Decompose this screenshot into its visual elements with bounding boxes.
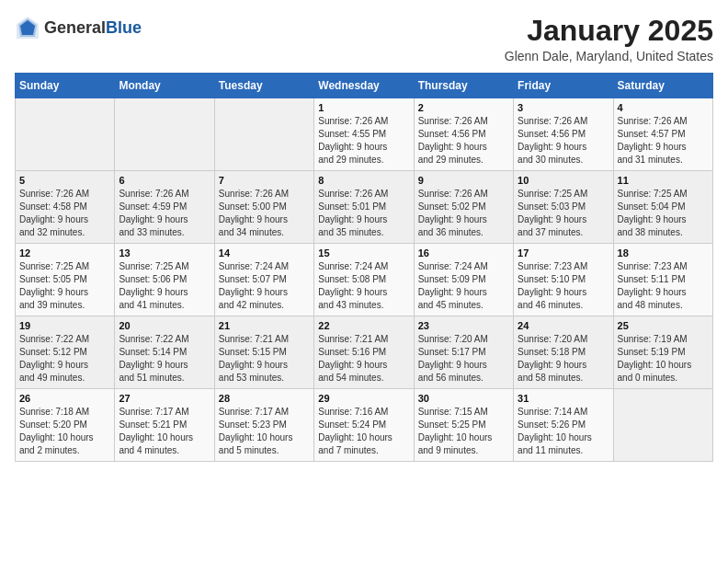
day-detail: Sunrise: 7:23 AM Sunset: 5:11 PM Dayligh…	[618, 260, 709, 312]
calendar-day-6: 6Sunrise: 7:26 AM Sunset: 4:59 PM Daylig…	[115, 171, 214, 244]
title-block: January 2025 Glenn Dale, Maryland, Unite…	[505, 15, 713, 63]
weekday-header-sunday: Sunday	[16, 74, 115, 98]
day-number: 11	[618, 175, 709, 186]
calendar-week-row: 19Sunrise: 7:22 AM Sunset: 5:12 PM Dayli…	[16, 316, 713, 389]
page-header: GeneralBlue January 2025 Glenn Dale, Mar…	[15, 15, 713, 63]
day-detail: Sunrise: 7:24 AM Sunset: 5:09 PM Dayligh…	[418, 260, 509, 312]
day-detail: Sunrise: 7:26 AM Sunset: 4:56 PM Dayligh…	[418, 115, 509, 167]
day-detail: Sunrise: 7:17 AM Sunset: 5:23 PM Dayligh…	[219, 406, 310, 457]
calendar-day-27: 27Sunrise: 7:17 AM Sunset: 5:21 PM Dayli…	[115, 389, 214, 462]
day-number: 23	[418, 320, 509, 331]
day-detail: Sunrise: 7:22 AM Sunset: 5:14 PM Dayligh…	[119, 333, 210, 385]
day-detail: Sunrise: 7:24 AM Sunset: 5:07 PM Dayligh…	[219, 260, 310, 312]
calendar-table: SundayMondayTuesdayWednesdayThursdayFrid…	[15, 73, 713, 462]
calendar-day-14: 14Sunrise: 7:24 AM Sunset: 5:07 PM Dayli…	[214, 244, 313, 316]
weekday-header-thursday: Thursday	[414, 74, 513, 98]
calendar-week-row: 1Sunrise: 7:26 AM Sunset: 4:55 PM Daylig…	[16, 98, 713, 171]
calendar-day-17: 17Sunrise: 7:23 AM Sunset: 5:10 PM Dayli…	[514, 244, 613, 316]
day-detail: Sunrise: 7:26 AM Sunset: 5:00 PM Dayligh…	[219, 188, 310, 239]
logo-general: General	[44, 18, 106, 37]
day-number: 2	[418, 102, 509, 113]
calendar-day-12: 12Sunrise: 7:25 AM Sunset: 5:05 PM Dayli…	[16, 244, 115, 316]
day-detail: Sunrise: 7:25 AM Sunset: 5:05 PM Dayligh…	[19, 260, 110, 312]
day-detail: Sunrise: 7:20 AM Sunset: 5:18 PM Dayligh…	[518, 333, 609, 385]
calendar-day-21: 21Sunrise: 7:21 AM Sunset: 5:15 PM Dayli…	[214, 316, 313, 389]
day-number: 29	[318, 393, 409, 404]
day-number: 13	[119, 247, 210, 259]
day-detail: Sunrise: 7:15 AM Sunset: 5:25 PM Dayligh…	[418, 406, 509, 457]
day-number: 27	[119, 393, 210, 404]
calendar-day-1: 1Sunrise: 7:26 AM Sunset: 4:55 PM Daylig…	[314, 98, 414, 171]
calendar-subtitle: Glenn Dale, Maryland, United States	[505, 49, 713, 63]
empty-day-cell	[214, 98, 313, 171]
calendar-day-31: 31Sunrise: 7:14 AM Sunset: 5:26 PM Dayli…	[514, 389, 613, 462]
day-number: 3	[518, 102, 609, 113]
day-detail: Sunrise: 7:25 AM Sunset: 5:03 PM Dayligh…	[518, 188, 609, 239]
day-detail: Sunrise: 7:26 AM Sunset: 4:56 PM Dayligh…	[518, 115, 609, 167]
logo-icon	[15, 15, 40, 40]
day-number: 19	[19, 320, 110, 331]
calendar-day-13: 13Sunrise: 7:25 AM Sunset: 5:06 PM Dayli…	[115, 244, 214, 316]
day-number: 16	[418, 247, 509, 259]
calendar-day-19: 19Sunrise: 7:22 AM Sunset: 5:12 PM Dayli…	[16, 316, 115, 389]
day-number: 26	[19, 393, 110, 404]
day-detail: Sunrise: 7:26 AM Sunset: 4:57 PM Dayligh…	[618, 115, 709, 167]
day-number: 14	[219, 247, 310, 259]
day-detail: Sunrise: 7:16 AM Sunset: 5:24 PM Dayligh…	[318, 406, 409, 457]
weekday-header-row: SundayMondayTuesdayWednesdayThursdayFrid…	[16, 74, 713, 98]
calendar-week-row: 26Sunrise: 7:18 AM Sunset: 5:20 PM Dayli…	[16, 389, 713, 462]
day-number: 30	[418, 393, 509, 404]
logo-text: GeneralBlue	[44, 18, 142, 38]
empty-day-cell	[115, 98, 214, 171]
calendar-day-22: 22Sunrise: 7:21 AM Sunset: 5:16 PM Dayli…	[314, 316, 414, 389]
day-number: 6	[119, 175, 210, 186]
day-number: 8	[318, 175, 409, 186]
calendar-day-26: 26Sunrise: 7:18 AM Sunset: 5:20 PM Dayli…	[16, 389, 115, 462]
day-number: 21	[219, 320, 310, 331]
day-number: 10	[518, 175, 609, 186]
day-number: 7	[219, 175, 310, 186]
day-detail: Sunrise: 7:14 AM Sunset: 5:26 PM Dayligh…	[518, 406, 609, 457]
calendar-day-4: 4Sunrise: 7:26 AM Sunset: 4:57 PM Daylig…	[613, 98, 712, 171]
calendar-day-2: 2Sunrise: 7:26 AM Sunset: 4:56 PM Daylig…	[414, 98, 513, 171]
day-number: 5	[19, 175, 110, 186]
calendar-day-7: 7Sunrise: 7:26 AM Sunset: 5:00 PM Daylig…	[214, 171, 313, 244]
day-detail: Sunrise: 7:25 AM Sunset: 5:06 PM Dayligh…	[119, 260, 210, 312]
day-number: 15	[318, 247, 409, 259]
day-number: 4	[618, 102, 709, 113]
weekday-header-tuesday: Tuesday	[214, 74, 313, 98]
calendar-day-23: 23Sunrise: 7:20 AM Sunset: 5:17 PM Dayli…	[414, 316, 513, 389]
day-detail: Sunrise: 7:17 AM Sunset: 5:21 PM Dayligh…	[119, 406, 210, 457]
calendar-title: January 2025	[505, 15, 713, 47]
weekday-header-saturday: Saturday	[613, 74, 712, 98]
empty-day-cell	[613, 389, 712, 462]
day-detail: Sunrise: 7:26 AM Sunset: 4:55 PM Dayligh…	[318, 115, 409, 167]
day-detail: Sunrise: 7:22 AM Sunset: 5:12 PM Dayligh…	[19, 333, 110, 385]
day-detail: Sunrise: 7:25 AM Sunset: 5:04 PM Dayligh…	[618, 188, 709, 239]
day-detail: Sunrise: 7:21 AM Sunset: 5:16 PM Dayligh…	[318, 333, 409, 385]
day-detail: Sunrise: 7:26 AM Sunset: 5:01 PM Dayligh…	[318, 188, 409, 239]
day-number: 20	[119, 320, 210, 331]
empty-day-cell	[16, 98, 115, 171]
weekday-header-monday: Monday	[115, 74, 214, 98]
calendar-day-29: 29Sunrise: 7:16 AM Sunset: 5:24 PM Dayli…	[314, 389, 414, 462]
day-number: 25	[618, 320, 709, 331]
day-detail: Sunrise: 7:26 AM Sunset: 4:58 PM Dayligh…	[19, 188, 110, 239]
calendar-day-9: 9Sunrise: 7:26 AM Sunset: 5:02 PM Daylig…	[414, 171, 513, 244]
calendar-week-row: 5Sunrise: 7:26 AM Sunset: 4:58 PM Daylig…	[16, 171, 713, 244]
calendar-day-30: 30Sunrise: 7:15 AM Sunset: 5:25 PM Dayli…	[414, 389, 513, 462]
calendar-day-15: 15Sunrise: 7:24 AM Sunset: 5:08 PM Dayli…	[314, 244, 414, 316]
logo-blue: Blue	[106, 18, 142, 37]
day-number: 12	[19, 247, 110, 259]
day-detail: Sunrise: 7:23 AM Sunset: 5:10 PM Dayligh…	[518, 260, 609, 312]
weekday-header-wednesday: Wednesday	[314, 74, 414, 98]
day-number: 17	[518, 247, 609, 259]
day-detail: Sunrise: 7:21 AM Sunset: 5:15 PM Dayligh…	[219, 333, 310, 385]
calendar-day-25: 25Sunrise: 7:19 AM Sunset: 5:19 PM Dayli…	[613, 316, 712, 389]
calendar-day-10: 10Sunrise: 7:25 AM Sunset: 5:03 PM Dayli…	[514, 171, 613, 244]
calendar-day-16: 16Sunrise: 7:24 AM Sunset: 5:09 PM Dayli…	[414, 244, 513, 316]
day-number: 9	[418, 175, 509, 186]
weekday-header-friday: Friday	[514, 74, 613, 98]
day-number: 1	[318, 102, 409, 113]
day-detail: Sunrise: 7:26 AM Sunset: 4:59 PM Dayligh…	[119, 188, 210, 239]
